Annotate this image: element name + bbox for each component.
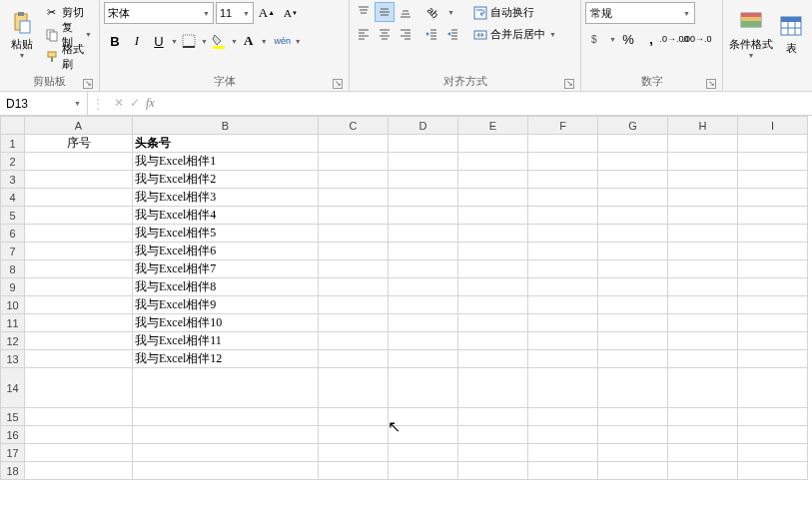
cell[interactable] <box>458 350 528 368</box>
cell[interactable] <box>598 278 668 296</box>
cell[interactable] <box>528 332 598 350</box>
row-header[interactable]: 12 <box>1 332 25 350</box>
cell[interactable] <box>528 135 598 153</box>
cell[interactable] <box>389 332 458 350</box>
cell[interactable] <box>319 171 389 189</box>
cell[interactable] <box>738 260 808 278</box>
cell[interactable] <box>389 462 458 480</box>
cell[interactable] <box>738 314 808 332</box>
cell[interactable] <box>598 462 668 480</box>
cell[interactable] <box>668 153 738 171</box>
dialog-launcher-icon[interactable]: ↘ <box>564 79 574 89</box>
percent-button[interactable]: % <box>617 28 639 50</box>
cell[interactable] <box>319 260 389 278</box>
fill-color-button[interactable] <box>208 30 230 52</box>
table-styles-button[interactable]: 表 <box>777 2 805 68</box>
cell[interactable] <box>598 135 668 153</box>
row-header[interactable]: 4 <box>1 189 25 207</box>
cell[interactable] <box>738 296 808 314</box>
cell[interactable] <box>528 171 598 189</box>
cell[interactable] <box>389 189 458 207</box>
align-left-button[interactable] <box>354 24 374 44</box>
cell[interactable] <box>738 225 808 243</box>
cell[interactable] <box>458 225 528 243</box>
cell[interactable] <box>528 207 598 225</box>
cell[interactable] <box>25 462 133 480</box>
row-header[interactable]: 6 <box>1 225 25 243</box>
cell[interactable] <box>598 368 668 408</box>
cell[interactable] <box>389 135 458 153</box>
cell[interactable] <box>738 135 808 153</box>
dialog-launcher-icon[interactable]: ↘ <box>706 79 716 89</box>
row-header[interactable]: 7 <box>1 243 25 260</box>
align-bottom-button[interactable] <box>396 2 415 22</box>
cell[interactable]: 我与Excel相伴10 <box>133 314 319 332</box>
column-header[interactable]: F <box>528 117 598 135</box>
spreadsheet-grid[interactable]: A B C D E F G H I 1序号头条号2我与Excel相伴13我与Ex… <box>0 116 812 480</box>
fx-icon[interactable]: fx <box>146 96 155 111</box>
cell[interactable] <box>598 296 668 314</box>
cell[interactable] <box>528 189 598 207</box>
cell[interactable] <box>25 332 133 350</box>
font-name-select[interactable]: 宋体▼ <box>104 2 214 24</box>
cell[interactable] <box>668 462 738 480</box>
cell[interactable]: 我与Excel相伴3 <box>133 189 319 207</box>
align-middle-button[interactable] <box>375 2 395 22</box>
cell[interactable] <box>389 171 458 189</box>
cell[interactable] <box>319 207 389 225</box>
conditional-format-button[interactable]: 条件格式 ▼ <box>727 2 775 68</box>
dropdown-icon[interactable]: ▼ <box>261 38 268 45</box>
cell[interactable] <box>738 350 808 368</box>
dialog-launcher-icon[interactable]: ↘ <box>83 79 93 89</box>
cell[interactable] <box>738 243 808 260</box>
cell[interactable] <box>458 153 528 171</box>
cell[interactable] <box>668 314 738 332</box>
cell[interactable] <box>25 426 133 444</box>
cell[interactable] <box>528 225 598 243</box>
cell[interactable] <box>528 278 598 296</box>
column-header[interactable]: A <box>25 117 133 135</box>
cell[interactable] <box>319 296 389 314</box>
cell[interactable]: 我与Excel相伴7 <box>133 260 319 278</box>
dropdown-icon[interactable]: ▼ <box>201 38 208 45</box>
cell[interactable] <box>528 426 598 444</box>
cell[interactable] <box>738 278 808 296</box>
bold-button[interactable]: B <box>104 30 126 52</box>
cell[interactable] <box>319 350 389 368</box>
cell[interactable] <box>738 426 808 444</box>
cell[interactable] <box>319 408 389 426</box>
cell[interactable] <box>319 278 389 296</box>
cell[interactable] <box>458 278 528 296</box>
font-size-select[interactable]: 11▼ <box>216 2 254 24</box>
row-header[interactable]: 2 <box>1 153 25 171</box>
cell[interactable] <box>598 243 668 260</box>
cell[interactable] <box>598 171 668 189</box>
cell[interactable] <box>528 368 598 408</box>
cell[interactable] <box>133 408 319 426</box>
row-header[interactable]: 3 <box>1 171 25 189</box>
cell[interactable] <box>389 350 458 368</box>
cell[interactable] <box>738 207 808 225</box>
cell[interactable] <box>458 426 528 444</box>
cell[interactable]: 我与Excel相伴12 <box>133 350 319 368</box>
enter-icon[interactable]: ✓ <box>130 96 140 111</box>
dialog-launcher-icon[interactable]: ↘ <box>333 79 343 89</box>
cell[interactable]: 序号 <box>25 135 133 153</box>
cell[interactable] <box>598 207 668 225</box>
cell[interactable] <box>668 260 738 278</box>
number-format-select[interactable]: 常规▼ <box>585 2 695 24</box>
cell[interactable] <box>133 368 319 408</box>
cell[interactable] <box>598 350 668 368</box>
dropdown-icon[interactable]: ▼ <box>231 38 238 45</box>
cell[interactable] <box>738 444 808 462</box>
format-painter-button[interactable]: 格式刷 <box>42 46 95 67</box>
cell[interactable] <box>528 260 598 278</box>
select-all-corner[interactable] <box>1 117 25 135</box>
cell[interactable] <box>25 296 133 314</box>
cell[interactable] <box>458 444 528 462</box>
cell[interactable] <box>319 189 389 207</box>
cell[interactable] <box>668 368 738 408</box>
cell[interactable] <box>389 296 458 314</box>
cell[interactable] <box>598 408 668 426</box>
row-header[interactable]: 14 <box>1 368 25 408</box>
